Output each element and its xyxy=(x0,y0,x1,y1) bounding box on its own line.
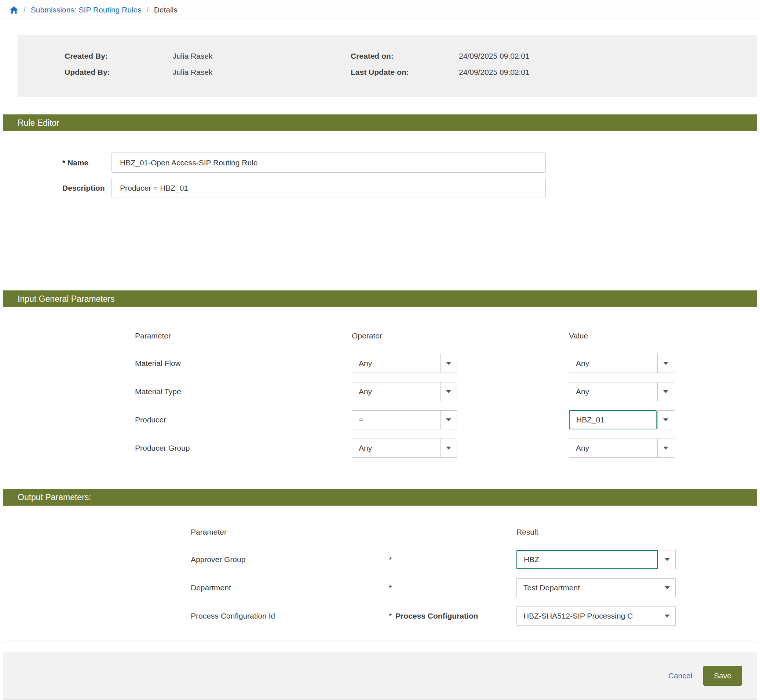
description-label: Description xyxy=(3,184,111,192)
column-header-parameter: Parameter xyxy=(191,528,389,541)
breadcrumb-separator: / xyxy=(23,6,26,14)
param-label-approver-group: Approver Group xyxy=(191,555,389,564)
rule-editor-section: Rule Editor * Name Description xyxy=(3,114,757,219)
producer-operator-dropdown[interactable]: = xyxy=(352,410,457,430)
material-flow-operator-dropdown[interactable]: Any xyxy=(352,354,457,373)
column-header-result: Result xyxy=(516,528,757,541)
param-label-department: Department xyxy=(191,583,389,592)
column-header-parameter: Parameter xyxy=(135,331,352,345)
chevron-down-icon[interactable] xyxy=(659,606,676,625)
description-input[interactable] xyxy=(111,178,546,198)
material-type-operator-dropdown[interactable]: Any xyxy=(352,382,457,401)
param-label-producer-group: Producer Group xyxy=(135,444,352,453)
column-header-operator: Operator xyxy=(352,331,569,345)
breadcrumb-link-sip-routing-rules[interactable]: Submissions: SIP Routing Rules xyxy=(31,6,142,14)
chevron-down-icon[interactable] xyxy=(657,354,674,373)
process-configuration-dropdown[interactable]: HBZ-SHA512-SIP Processing C xyxy=(516,606,676,625)
chevron-down-icon[interactable] xyxy=(440,382,457,401)
footer-action-bar: Cancel Save xyxy=(3,652,757,700)
last-update-label: Last Update on: xyxy=(351,68,459,80)
chevron-down-icon[interactable] xyxy=(657,410,674,430)
chevron-down-icon[interactable] xyxy=(659,578,676,597)
param-label-material-type: Material Type xyxy=(135,387,352,396)
param-label-material-flow: Material Flow xyxy=(135,359,352,368)
chevron-down-icon[interactable] xyxy=(659,550,676,569)
department-dropdown[interactable]: Test Department xyxy=(516,578,676,597)
producer-group-value-dropdown[interactable]: Any xyxy=(569,439,674,458)
last-update-value: 24/09/2025 09:02:01 xyxy=(459,68,757,80)
producer-value-dropdown[interactable]: HBZ_01 xyxy=(569,410,674,430)
created-by-label: Created By: xyxy=(64,52,173,64)
output-parameters-header: Output Parameters: xyxy=(3,489,757,506)
chevron-down-icon[interactable] xyxy=(440,354,457,373)
record-info-panel: Created By: Julia Rasek Created on: 24/0… xyxy=(17,35,757,97)
breadcrumb-separator: / xyxy=(147,6,149,14)
material-flow-value-dropdown[interactable]: Any xyxy=(569,354,674,373)
output-parameters-body: Parameter Result Approver Group * HBZ De… xyxy=(3,506,757,641)
chevron-down-icon[interactable] xyxy=(657,382,674,401)
created-on-value: 24/09/2025 09:02:01 xyxy=(459,52,757,64)
updated-by-value: Julia Rasek xyxy=(173,68,351,80)
breadcrumb: / Submissions: SIP Routing Rules / Detai… xyxy=(0,0,760,20)
rule-editor-header: Rule Editor xyxy=(3,114,757,131)
approver-group-dropdown[interactable]: HBZ xyxy=(516,550,676,569)
rule-editor-body: * Name Description xyxy=(3,131,757,219)
required-asterisk: * xyxy=(389,555,516,564)
input-parameters-section: Input General Parameters Parameter Opera… xyxy=(3,291,757,472)
cancel-button[interactable]: Cancel xyxy=(668,671,692,680)
material-type-value-dropdown[interactable]: Any xyxy=(569,382,674,401)
breadcrumb-current: Details xyxy=(154,6,178,14)
required-asterisk: * xyxy=(389,583,516,592)
updated-by-label: Updated By: xyxy=(64,68,173,80)
chevron-down-icon[interactable] xyxy=(440,410,457,430)
param-label-producer: Producer xyxy=(135,416,352,424)
chevron-down-icon[interactable] xyxy=(657,439,674,458)
param-label-process-configuration-id: Process Configuration Id xyxy=(191,612,389,620)
column-header-value: Value xyxy=(569,331,757,345)
producer-group-operator-dropdown[interactable]: Any xyxy=(352,439,457,458)
save-button[interactable]: Save xyxy=(703,666,742,686)
input-parameters-body: Parameter Operator Value Material Flow A… xyxy=(3,307,757,472)
chevron-down-icon[interactable] xyxy=(440,439,457,458)
output-parameters-section: Output Parameters: Parameter Result Appr… xyxy=(3,489,757,641)
process-configuration-label: *Process Configuration xyxy=(389,612,516,620)
name-input[interactable] xyxy=(111,153,546,173)
name-label: * Name xyxy=(3,158,111,167)
created-by-value: Julia Rasek xyxy=(173,52,351,64)
input-parameters-header: Input General Parameters xyxy=(3,291,757,307)
home-icon[interactable] xyxy=(9,6,18,14)
created-on-label: Created on: xyxy=(351,52,459,64)
